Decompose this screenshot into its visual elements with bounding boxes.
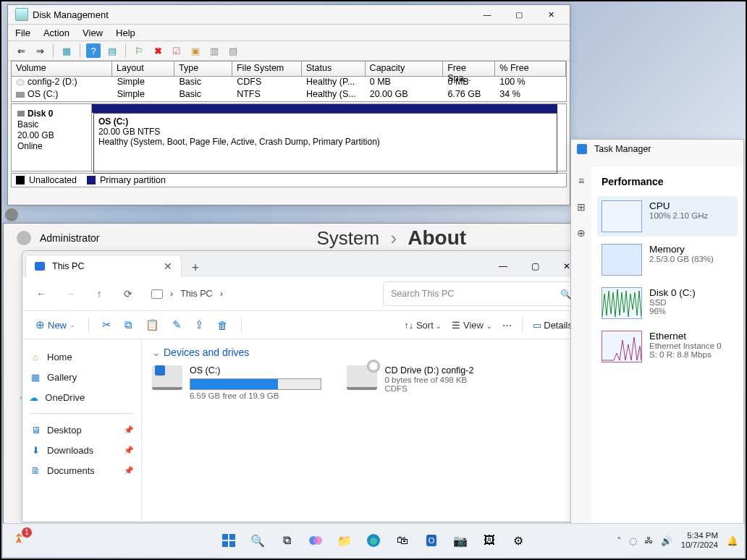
col-layout[interactable]: Layout: [112, 61, 174, 76]
help-icon[interactable]: ?: [86, 43, 101, 58]
share-icon[interactable]: ⇪: [195, 318, 204, 331]
progress-bar: [190, 378, 321, 390]
explorer-button[interactable]: 📁: [335, 531, 354, 550]
toolbar-icon[interactable]: ▣: [188, 43, 203, 58]
close-button[interactable]: ✕: [535, 7, 567, 22]
forward-button[interactable]: →: [57, 281, 83, 307]
menu-help[interactable]: Help: [116, 27, 135, 38]
start-button[interactable]: [219, 531, 238, 550]
taskview-button[interactable]: ⧉: [277, 531, 296, 550]
widgets-button[interactable]: 1: [9, 530, 29, 551]
minimize-button[interactable]: —: [487, 255, 519, 277]
clock[interactable]: 5:34 PM 10/7/2024: [681, 531, 718, 550]
menu-action[interactable]: Action: [43, 27, 69, 38]
tm-titlebar[interactable]: Task Manager: [571, 140, 743, 158]
sort-button[interactable]: ↑↓ Sort ⌄: [404, 320, 442, 331]
minimize-button[interactable]: —: [471, 7, 503, 22]
copy-icon[interactable]: ⧉: [124, 318, 132, 331]
toolbar-icon[interactable]: ▥: [207, 43, 221, 58]
sidebar-item-gallery[interactable]: ▦Gallery: [25, 367, 138, 387]
col-cap[interactable]: Capacity: [366, 61, 444, 76]
refresh-button[interactable]: ⟳: [115, 281, 141, 307]
col-status[interactable]: Status: [302, 61, 366, 76]
system-tray[interactable]: ˄ ◌ 🖧 🔊: [617, 535, 672, 546]
dm-graphical-view: Disk 0 Basic 20.00 GB Online OS (C:) 20.…: [11, 103, 567, 171]
paste-icon[interactable]: 📋: [145, 318, 159, 331]
section-devices[interactable]: ⌄Devices and drives: [152, 347, 575, 358]
perf-disk[interactable]: Disk 0 (C:)SSD96%: [597, 283, 738, 323]
toolbar-icon[interactable]: ▦: [59, 43, 74, 58]
menu-file[interactable]: File: [15, 27, 30, 38]
fwd-icon[interactable]: ⇒: [33, 43, 47, 58]
sidebar-item-downloads[interactable]: ⬇Downloads📌: [25, 440, 138, 460]
volume-icon[interactable]: 🔊: [661, 535, 672, 546]
task-manager-window: Task Manager ≡ ⊞ ⊕ Performance CPU100% 2…: [570, 139, 744, 525]
menu-view[interactable]: View: [83, 27, 103, 38]
col-free[interactable]: Free Spa...: [443, 61, 495, 76]
col-pct[interactable]: % Free: [495, 61, 566, 76]
new-button[interactable]: ⊕New ⌄: [35, 318, 75, 331]
search-input[interactable]: Search This PC 🔍: [383, 281, 580, 306]
chevron-up-icon[interactable]: ˄: [617, 535, 622, 546]
app-button[interactable]: 🖼: [480, 531, 499, 550]
disk-info[interactable]: Disk 0 Basic 20.00 GB Online: [12, 104, 92, 171]
edge-button[interactable]: [364, 531, 383, 550]
sidebar-item-onedrive[interactable]: ›☁OneDrive: [25, 387, 138, 407]
home-icon: ⌂: [30, 351, 41, 362]
details-button[interactable]: ▭ Details: [533, 320, 573, 331]
app-button[interactable]: 📷: [451, 531, 470, 550]
perf-cpu[interactable]: CPU100% 2.10 GHz: [597, 196, 738, 237]
col-fs[interactable]: File System: [232, 61, 302, 76]
breadcrumb[interactable]: › This PC ›: [144, 282, 380, 305]
table-row[interactable]: OS (C:) Simple Basic NTFS Healthy (S... …: [12, 89, 566, 101]
memory-chart: [602, 244, 642, 276]
toolbar-icon[interactable]: ▧: [226, 43, 240, 58]
perf-ethernet[interactable]: EthernetEthernet Instance 0S: 0 R: 8.8 M…: [597, 326, 738, 367]
settings-button[interactable]: ⚙: [509, 531, 528, 550]
nav-icon[interactable]: ⊕: [575, 226, 588, 239]
col-volume[interactable]: Volume: [12, 61, 112, 76]
refresh-icon[interactable]: ⚐: [132, 43, 146, 58]
partition-os-c[interactable]: OS (C:) 20.00 GB NTFS Healthy (System, B…: [93, 113, 557, 174]
check-icon[interactable]: ☑: [169, 43, 184, 58]
delete-icon[interactable]: ✖: [151, 43, 165, 58]
more-button[interactable]: ⋯: [502, 320, 512, 331]
new-tab-button[interactable]: +: [186, 258, 205, 277]
sidebar-item-documents[interactable]: 🗎Documents📌: [25, 460, 138, 480]
drive-icon: [152, 365, 182, 390]
toolbar-icon[interactable]: ▤: [105, 43, 119, 58]
svg-point-7: [370, 538, 377, 545]
cloud-icon: ☁: [28, 391, 39, 403]
table-row[interactable]: config-2 (D:) Simple Basic CDFS Healthy …: [12, 77, 566, 89]
cloud-icon[interactable]: ◌: [629, 535, 637, 546]
tab-this-pc[interactable]: This PC ✕: [25, 255, 182, 277]
up-button[interactable]: ↑: [86, 281, 112, 307]
dm-titlebar[interactable]: Disk Management — ▢ ✕: [8, 5, 570, 25]
perf-memory[interactable]: Memory2.5/3.0 GB (83%): [597, 239, 738, 280]
tm-nav: ≡ ⊞ ⊕: [571, 167, 591, 529]
copilot-button[interactable]: [306, 531, 325, 550]
view-button[interactable]: ☰ View ⌄: [452, 320, 491, 331]
delete-icon[interactable]: 🗑: [217, 319, 228, 331]
outlook-button[interactable]: O: [422, 531, 441, 550]
nav-icon[interactable]: ⊞: [575, 200, 588, 213]
maximize-button[interactable]: ▢: [519, 255, 551, 277]
close-tab-icon[interactable]: ✕: [164, 260, 172, 272]
store-button[interactable]: 🛍: [393, 531, 412, 550]
rename-icon[interactable]: ✎: [172, 318, 182, 331]
sidebar-item-desktop[interactable]: 🖥Desktop📌: [25, 420, 138, 440]
back-button[interactable]: ←: [28, 281, 54, 307]
menu-icon[interactable]: ≡: [575, 174, 588, 187]
col-type[interactable]: Type: [174, 61, 232, 76]
network-icon[interactable]: 🖧: [644, 535, 654, 546]
maximize-button[interactable]: ▢: [503, 7, 535, 22]
sidebar-item-home[interactable]: ⌂Home: [25, 347, 138, 367]
badge: 1: [22, 527, 32, 538]
cut-icon[interactable]: ✂: [102, 318, 111, 331]
back-icon[interactable]: ⇐: [14, 43, 28, 58]
notifications-icon[interactable]: 🔔: [727, 535, 738, 546]
search-button[interactable]: 🔍: [248, 531, 267, 550]
drive-cd-d[interactable]: CD Drive (D:) config-2 0 bytes free of 4…: [347, 365, 539, 393]
explorer-tabs: This PC ✕ + — ▢ ✕: [22, 251, 586, 277]
drive-os-c[interactable]: OS (C:) 6.59 GB free of 19.9 GB: [152, 365, 345, 400]
